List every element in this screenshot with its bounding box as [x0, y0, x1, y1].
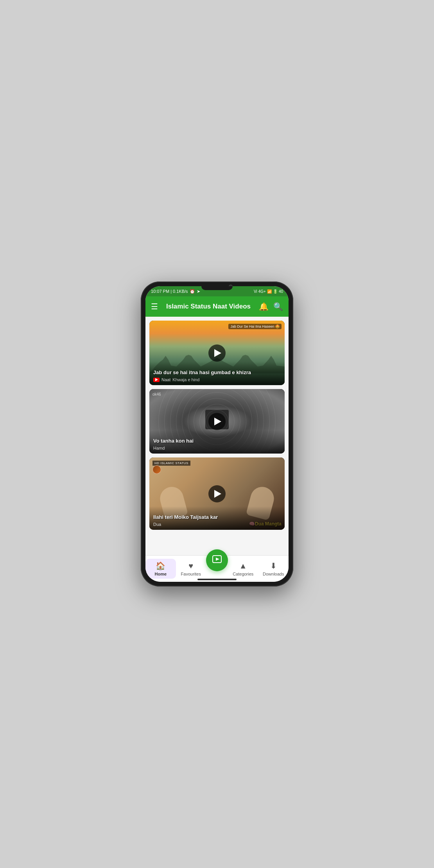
svg-marker-1 — [216, 558, 219, 561]
video-card-2[interactable]: ok46 Vo tanha kon hai Hamd — [149, 389, 285, 454]
battery-icon: 🔋 — [273, 289, 278, 294]
watermark-2: ok46 — [152, 392, 161, 396]
nav-center-button[interactable] — [206, 549, 228, 571]
video-meta-2: Hamd — [153, 446, 281, 450]
app-title: Islamic Status Naat Videos — [162, 303, 255, 310]
video-info-1: Jab dur se hai itna hasi gumbad e khizra… — [149, 362, 285, 385]
battery-level: 40 — [279, 289, 283, 294]
scroll-indicator — [197, 579, 237, 580]
play-button-2[interactable] — [208, 413, 226, 430]
status-left: 10:07 PM | 0.1KB/s ⏰ ➤ — [151, 289, 200, 294]
network-type: 4G+ — [258, 289, 266, 294]
video-title-2: Vo tanha kon hai — [153, 438, 281, 445]
video-meta-3: Dua — [153, 522, 281, 527]
video-title-3: Ilahi teri Moiko Taijsata kar — [153, 514, 281, 521]
time-display: 10:07 PM | 0.1KB/s — [151, 289, 188, 294]
nav-item-favourites[interactable]: ♥ Favourites — [176, 559, 206, 579]
video-title-1: Jab dur se hai itna hasi gumbad e khizra — [153, 369, 281, 376]
hamburger-icon[interactable]: ☰ — [151, 302, 158, 311]
favourites-label: Favourites — [181, 572, 201, 576]
header-icons: 🔔 🔍 — [259, 302, 283, 311]
favourites-icon: ♥ — [188, 561, 193, 570]
search-icon[interactable]: 🔍 — [273, 302, 283, 311]
video-category-1: Naat — [161, 377, 170, 382]
video-category-2: Hamd — [153, 446, 165, 450]
play-button-1[interactable] — [208, 344, 226, 362]
video-category-3: Dua — [153, 522, 161, 527]
center-play-icon — [212, 554, 222, 567]
nav-item-categories[interactable]: ▲ Categories — [228, 559, 258, 579]
categories-icon: ▲ — [239, 561, 247, 570]
video-card-1[interactable]: Jab Dur Se Hai IIna Haseen 🤩 Jab dur se … — [149, 321, 285, 385]
channel-avatar-3 — [152, 465, 161, 474]
overlay-title-1: Jab Dur Se Hai IIna Haseen 🤩 — [228, 324, 282, 329]
nav-item-downloads[interactable]: ⬇ Downloads — [258, 559, 289, 579]
navigation-icon: ➤ — [197, 289, 200, 294]
video-info-3: Ilahi teri Moiko Taijsata kar Dua — [149, 506, 285, 530]
play-button-3[interactable] — [208, 485, 226, 502]
notification-icon[interactable]: 🔔 — [259, 302, 269, 311]
video-card-3[interactable]: HD ISLAMIC STATUS 🧠Dua Mangta Ilahi teri… — [149, 457, 285, 530]
categories-label: Categories — [233, 572, 253, 576]
main-content: Jab Dur Se Hai IIna Haseen 🤩 Jab dur se … — [145, 317, 289, 555]
nav-item-home[interactable]: 🏠 Home — [145, 559, 176, 579]
bottom-navigation: 🏠 Home ♥ Favourites ▲ Categories ⬇ Downl… — [145, 555, 289, 582]
video-meta-1: Naat Khwaja e hind — [153, 377, 281, 382]
downloads-icon: ⬇ — [270, 561, 277, 570]
youtube-icon-1 — [153, 378, 160, 382]
downloads-label: Downloads — [263, 572, 284, 576]
status-right: Vi 4G+ 📶 🔋 40 — [254, 289, 283, 294]
signal-icon: 📶 — [267, 289, 272, 294]
app-header: ☰ Islamic Status Naat Videos 🔔 🔍 — [145, 296, 289, 317]
video-info-2: Vo tanha kon hai Hamd — [149, 430, 285, 454]
home-label: Home — [154, 572, 167, 576]
hd-banner: HD ISLAMIC STATUS — [152, 461, 190, 466]
vi-icon: Vi — [254, 289, 257, 294]
home-icon: 🏠 — [156, 561, 165, 570]
alarm-icon: ⏰ — [190, 289, 195, 294]
channel-name-1: Khwaja e hind — [172, 377, 199, 382]
